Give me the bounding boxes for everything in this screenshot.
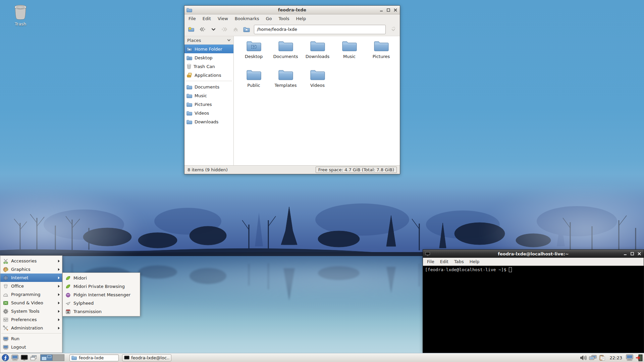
forward-button[interactable] bbox=[221, 26, 228, 33]
leaf-icon bbox=[65, 275, 71, 281]
terminal-icon bbox=[425, 252, 430, 256]
screensaver-icon[interactable] bbox=[626, 354, 634, 362]
minimize-button[interactable] bbox=[623, 251, 628, 256]
desktop-trash-icon[interactable]: Trash bbox=[9, 4, 32, 26]
submenu-item-transmission[interactable]: Transmission bbox=[63, 307, 140, 316]
new-tab-button[interactable] bbox=[187, 26, 195, 33]
folder-item-documents[interactable]: Documents bbox=[270, 40, 302, 68]
window-folder-icon bbox=[186, 8, 192, 12]
home-button[interactable] bbox=[243, 26, 250, 33]
file-manager-titlebar[interactable]: feodra-lxde bbox=[184, 6, 400, 14]
back-button[interactable] bbox=[199, 26, 206, 33]
sidebar-item-applications[interactable]: Applications bbox=[184, 71, 233, 79]
folder-icon bbox=[278, 68, 294, 82]
folder-item-downloads[interactable]: Downloads bbox=[302, 40, 333, 68]
menu-item-system-tools[interactable]: System Tools bbox=[0, 307, 62, 315]
taskbar-task-file-manager[interactable]: feodra-lxde bbox=[69, 354, 119, 361]
menu-item-internet[interactable]: Internet bbox=[0, 274, 62, 282]
up-button[interactable] bbox=[232, 26, 239, 33]
menu-help[interactable]: Help bbox=[296, 16, 306, 21]
folder-item-music[interactable]: Music bbox=[333, 40, 365, 68]
network-icon[interactable] bbox=[589, 354, 597, 362]
applications-icon bbox=[186, 72, 193, 78]
menu-edit[interactable]: Edit bbox=[440, 259, 448, 264]
folder-item-desktop[interactable]: Desktop bbox=[238, 40, 270, 68]
sidebar-item-downloads[interactable]: Downloads bbox=[184, 117, 233, 126]
sidebar-item-documents[interactable]: Documents bbox=[184, 82, 233, 91]
submenu-item-pidgin[interactable]: Pidgin Internet Messenger bbox=[63, 291, 140, 299]
programming-icon bbox=[3, 292, 8, 297]
maximize-button[interactable] bbox=[630, 251, 635, 256]
chevron-down-icon bbox=[227, 39, 231, 42]
folder-item-public[interactable]: Public bbox=[238, 68, 270, 97]
menu-bookmarks[interactable]: Bookmarks bbox=[235, 16, 259, 21]
submenu-item-midori-private[interactable]: Midori Private Browsing bbox=[63, 282, 140, 291]
close-button[interactable] bbox=[393, 8, 398, 12]
start-menu-button[interactable] bbox=[1, 354, 10, 362]
clipboard-icon[interactable] bbox=[598, 354, 606, 362]
close-button[interactable] bbox=[637, 251, 642, 256]
taskbar-task-terminal[interactable]: feodra-lxde@loc... bbox=[122, 354, 171, 361]
folder-item-videos[interactable]: Videos bbox=[302, 68, 333, 97]
terminal-launcher[interactable] bbox=[20, 354, 29, 362]
folder-item-templates[interactable]: Templates bbox=[270, 68, 302, 97]
file-manager-toolbar bbox=[184, 23, 400, 36]
menu-edit[interactable]: Edit bbox=[203, 16, 211, 21]
home-folder-icon bbox=[186, 47, 193, 52]
menu-item-graphics[interactable]: Graphics bbox=[0, 265, 62, 274]
terminal-window: feodra-lxde@localhost-live:~ File Edit T… bbox=[423, 249, 644, 353]
menu-go[interactable]: Go bbox=[266, 16, 272, 21]
menu-file[interactable]: File bbox=[427, 259, 434, 264]
volume-icon[interactable] bbox=[580, 354, 588, 362]
menu-tabs[interactable]: Tabs bbox=[454, 259, 464, 264]
workspace-2[interactable] bbox=[52, 355, 64, 361]
taskbar: feodra-lxde feodra-lxde@loc... 22:23 bbox=[0, 353, 644, 362]
menu-tools[interactable]: Tools bbox=[278, 16, 289, 21]
history-dropdown-button[interactable] bbox=[210, 26, 217, 33]
menu-item-programming[interactable]: Programming bbox=[0, 290, 62, 299]
terminal-icon bbox=[124, 356, 129, 360]
folder-icon bbox=[186, 93, 193, 98]
submenu-item-midori[interactable]: Midori bbox=[63, 274, 140, 282]
folder-icon bbox=[186, 111, 193, 116]
sidebar-item-videos[interactable]: Videos bbox=[184, 109, 233, 117]
menu-item-preferences[interactable]: Preferences bbox=[0, 315, 62, 324]
maximize-button[interactable] bbox=[386, 8, 391, 12]
folder-item-pictures[interactable]: Pictures bbox=[365, 40, 397, 68]
desktop-folder-icon bbox=[246, 40, 262, 53]
menu-view[interactable]: View bbox=[218, 16, 228, 21]
menu-item-accessories[interactable]: Accessories bbox=[0, 257, 62, 265]
file-manager-statusbar: 8 items (9 hidden) Free space: 4.7 GiB (… bbox=[184, 165, 400, 174]
jump-to-button[interactable] bbox=[389, 26, 397, 33]
iconify-all-button[interactable] bbox=[29, 354, 38, 362]
sidebar-item-trash-can[interactable]: Trash Can bbox=[184, 62, 233, 71]
sidebar-item-music[interactable]: Music bbox=[184, 91, 233, 100]
menu-item-administration[interactable]: Administration bbox=[0, 324, 62, 332]
terminal-screen[interactable]: [feodra-lxde@localhost-live ~]$ bbox=[423, 266, 644, 353]
path-input[interactable] bbox=[254, 25, 386, 34]
leaf-icon bbox=[65, 284, 71, 289]
sidebar-item-pictures[interactable]: Pictures bbox=[184, 100, 233, 109]
folder-icon bbox=[341, 40, 358, 53]
workspace-pager[interactable] bbox=[40, 354, 64, 361]
minimize-button[interactable] bbox=[379, 8, 384, 12]
submenu-item-sylpheed[interactable]: Sylpheed bbox=[63, 299, 140, 307]
sidebar-item-home-folder[interactable]: Home Folder bbox=[184, 45, 233, 53]
terminal-titlebar[interactable]: feodra-lxde@localhost-live:~ bbox=[423, 250, 644, 258]
places-header[interactable]: Places bbox=[184, 36, 233, 45]
taskbar-clock[interactable]: 22:23 bbox=[610, 355, 622, 360]
file-manager-launcher[interactable] bbox=[10, 354, 19, 362]
menu-item-logout[interactable]: Logout bbox=[0, 343, 62, 351]
desktop-folder-icon bbox=[186, 55, 193, 60]
trash-can-icon bbox=[13, 4, 28, 21]
menu-item-office[interactable]: Office bbox=[0, 282, 62, 290]
menu-item-sound-video[interactable]: Sound & Video bbox=[0, 299, 62, 307]
logout-icon[interactable] bbox=[635, 354, 643, 362]
menu-item-run[interactable]: Run bbox=[0, 335, 62, 343]
menu-file[interactable]: File bbox=[189, 16, 196, 21]
menu-help[interactable]: Help bbox=[470, 259, 480, 264]
sidebar-item-desktop[interactable]: Desktop bbox=[184, 53, 233, 62]
terminal-icon bbox=[21, 355, 28, 361]
trash-can-icon bbox=[186, 64, 192, 69]
workspace-1[interactable] bbox=[41, 355, 52, 361]
